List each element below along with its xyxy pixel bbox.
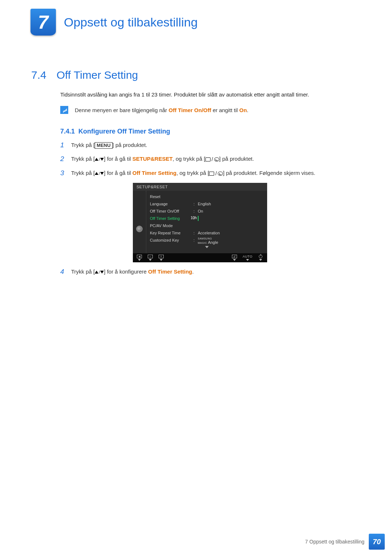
osd-title: SETUP&RESET [133, 183, 267, 191]
source-enter-icon: / [205, 155, 219, 164]
osd-side-indicator [133, 191, 146, 253]
osd-screenshot: SETUP&RESET Reset Language:English Off T… [133, 183, 267, 262]
section-number: 7.4 [31, 69, 46, 81]
chapter-header: 7 Oppsett og tilbakestilling [30, 9, 198, 36]
footer-chapter-ref: 7 Oppsett og tilbakestilling [305, 539, 364, 545]
up-down-icon: / [95, 169, 104, 178]
menu-button-label: MENU [95, 142, 112, 149]
subsection-heading: 7.4.1 Konfigurere Off Timer Setting [60, 128, 170, 135]
step-1: 1 Trykk på [MENU] på produktet. [60, 141, 351, 149]
steps-list: 1 Trykk på [MENU] på produktet. 2 Trykk … [60, 141, 351, 282]
page-footer: 7 Oppsett og tilbakestilling 70 [305, 534, 385, 550]
osd-back-icon: ◄ [136, 255, 142, 261]
note-text: Denne menyen er bare tilgjengelig når Of… [75, 107, 248, 113]
osd-row-pcav: PC/AV Mode [150, 222, 264, 229]
step-text: Trykk på [/] for å konfigurere Off Timer… [71, 267, 194, 276]
step-2: 2 Trykk på [/] for å gå til SETUP&RESET,… [60, 155, 351, 164]
osd-auto-label: AUTO [245, 255, 250, 261]
step-3: 3 Trykk på [/] for å gå til Off Timer Se… [60, 169, 351, 178]
osd-row-reset: Reset [150, 193, 264, 200]
source-enter-icon: / [209, 169, 223, 178]
step-number: 4 [60, 267, 66, 276]
osd-scroll-down-icon [150, 244, 264, 251]
page-number-badge: 70 [369, 534, 385, 550]
osd-power-icon [258, 255, 264, 261]
osd-plus-icon: + [158, 255, 164, 261]
step-text: Trykk på [/] for å gå til Off Timer Sett… [71, 169, 315, 178]
osd-slider: 10h [198, 216, 199, 221]
note-icon [60, 106, 68, 114]
step-text: Trykk på [/] for å gå til SETUP&RESET, o… [71, 155, 254, 164]
up-down-icon: / [95, 268, 104, 276]
osd-footer: ◄ − + ↲ AUTO [133, 253, 267, 262]
step-number: 3 [60, 169, 66, 178]
section-intro: Tidsinnstilt avslåing kan angis fra 1 ti… [60, 91, 309, 98]
subsection-title: Konfigurere Off Timer Setting [78, 128, 170, 135]
step-number: 2 [60, 155, 66, 164]
chapter-title: Oppsett og tilbakestilling [64, 15, 198, 29]
up-down-icon: / [95, 155, 104, 164]
step-number: 1 [60, 141, 66, 149]
subsection-number: 7.4.1 [60, 128, 75, 135]
osd-row-customized-key: Customized Key:SAMSUNGMAGIC Angle [150, 237, 264, 244]
osd-row-off-timer-onoff: Off Timer On/Off:On [150, 208, 264, 215]
osd-row-off-timer-setting: Off Timer Setting:10h [150, 215, 264, 222]
osd-enter-icon: ↲ [232, 255, 237, 261]
osd-menu-list: Reset Language:English Off Timer On/Off:… [146, 191, 267, 253]
osd-minus-icon: − [147, 255, 153, 261]
step-text: Trykk på [MENU] på produktet. [71, 141, 147, 149]
section-title: Off Timer Setting [57, 69, 138, 81]
step-4: 4 Trykk på [/] for å konfigurere Off Tim… [60, 267, 351, 276]
note: Denne menyen er bare tilgjengelig når Of… [60, 106, 248, 114]
chapter-number-badge: 7 [30, 9, 56, 36]
section-heading: 7.4 Off Timer Setting [31, 69, 138, 81]
osd-row-key-repeat: Key Repeat Time:Acceleration [150, 229, 264, 237]
osd-row-language: Language:English [150, 200, 264, 208]
